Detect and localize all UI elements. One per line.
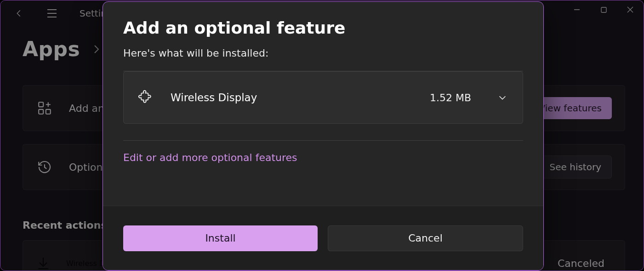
feature-name: Wireless Display [171,92,257,104]
feature-list: Wireless Display 1.52 MB [123,71,523,124]
cancel-button[interactable]: Cancel [328,225,523,251]
install-button[interactable]: Install [123,225,318,251]
add-feature-dialog: Add an optional feature Here's what will… [103,1,544,271]
dialog-footer: Install Cancel [103,206,543,270]
settings-window: Settings Apps Add an optional feature Vi… [0,0,644,271]
dialog-title: Add an optional feature [123,18,523,37]
divider [123,140,523,141]
chevron-down-icon [497,92,507,103]
puzzle-icon [137,88,155,107]
dialog-body: Add an optional feature Here's what will… [103,2,543,206]
dialog-subtitle: Here's what will be installed: [123,47,523,59]
edit-features-link[interactable]: Edit or add more optional features [123,152,297,163]
feature-item[interactable]: Wireless Display 1.52 MB [123,71,523,124]
feature-size: 1.52 MB [430,92,471,104]
expand-feature-button[interactable] [495,90,510,105]
